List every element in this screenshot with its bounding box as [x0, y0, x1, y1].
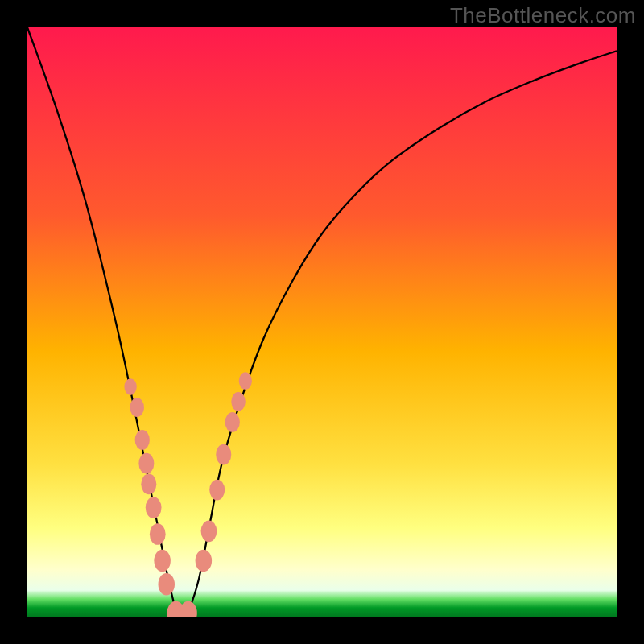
curve-marker	[135, 430, 150, 450]
curve-marker	[150, 523, 166, 545]
curve-marker	[141, 473, 156, 494]
curve-marker	[231, 392, 246, 411]
curve-marker	[196, 550, 212, 572]
curve-marker	[225, 412, 240, 432]
curve-layer	[27, 27, 617, 617]
curve-marker	[159, 573, 175, 596]
curve-markers	[124, 372, 251, 617]
curve-marker	[124, 378, 136, 395]
curve-marker	[201, 521, 217, 543]
curve-marker	[216, 444, 231, 465]
curve-marker	[154, 550, 170, 572]
curve-marker	[130, 398, 144, 417]
curve-marker	[146, 497, 162, 518]
plot-area	[27, 27, 617, 617]
curve-marker	[239, 372, 252, 390]
chart-frame: TheBottleneck.com	[0, 0, 644, 644]
curve-marker	[138, 453, 154, 474]
curve-marker	[209, 480, 225, 501]
watermark-text: TheBottleneck.com	[450, 3, 636, 28]
curve-marker	[180, 601, 197, 617]
bottleneck-curve	[27, 27, 617, 617]
